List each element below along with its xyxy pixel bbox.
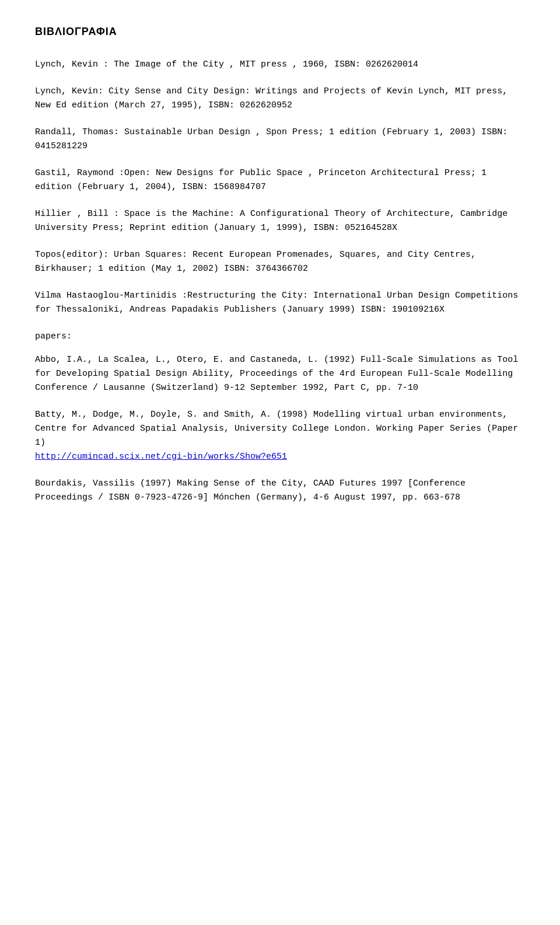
bib-entry-lynch1995: Lynch, Kevin: City Sense and City Design… (35, 85, 525, 113)
bib-text: Abbo, I.A., La Scalea, L., Otero, E. and… (35, 355, 518, 393)
bib-text: Topos(editor): Urban Squares: Recent Eur… (35, 250, 476, 274)
bib-text: Vilma Hastaoglou-Martinidis :Restructuri… (35, 291, 518, 315)
bib-text: Randall, Thomas: Sustainable Urban Desig… (35, 127, 508, 151)
bib-entry-randall2003: Randall, Thomas: Sustainable Urban Desig… (35, 125, 525, 153)
bib-text: Lynch, Kevin : The Image of the City , M… (35, 60, 418, 69)
bib-entry-vilma1999: Vilma Hastaoglou-Martinidis :Restructuri… (35, 289, 525, 317)
papers-section-label: papers: (35, 330, 525, 344)
bib-text: Hillier , Bill : Space is the Machine: A… (35, 209, 508, 233)
bib-entry-abbo1992: Abbo, I.A., La Scalea, L., Otero, E. and… (35, 353, 525, 395)
bib-entry-hillier1999: Hillier , Bill : Space is the Machine: A… (35, 207, 525, 235)
papers-label: papers: (35, 331, 72, 341)
bib-text: Gastil, Raymond :Open: New Designs for P… (35, 168, 487, 192)
bib-entry-bourdakis1997: Bourdakis, Vassilis (1997) Making Sense … (35, 477, 525, 505)
bibliography-container: ΒΙΒΛΙΟΓΡΑΦΙΑ Lynch, Kevin : The Image of… (35, 23, 525, 505)
bib-entry-gastil2004: Gastil, Raymond :Open: New Designs for P… (35, 166, 525, 194)
bib-entry-batty1998: Batty, M., Dodge, M., Doyle, S. and Smit… (35, 408, 525, 464)
batty-link[interactable]: http://cumincad.scix.net/cgi-bin/works/S… (35, 452, 287, 462)
bib-text: Lynch, Kevin: City Sense and City Design… (35, 86, 508, 110)
bib-text-batty: Batty, M., Dodge, M., Doyle, S. and Smit… (35, 410, 518, 448)
page-title: ΒΙΒΛΙΟΓΡΑΦΙΑ (35, 23, 525, 40)
bib-text: Bourdakis, Vassilis (1997) Making Sense … (35, 479, 466, 502)
bib-entry-topos2002: Topos(editor): Urban Squares: Recent Eur… (35, 248, 525, 276)
bib-entry-lynch1960: Lynch, Kevin : The Image of the City , M… (35, 58, 525, 72)
